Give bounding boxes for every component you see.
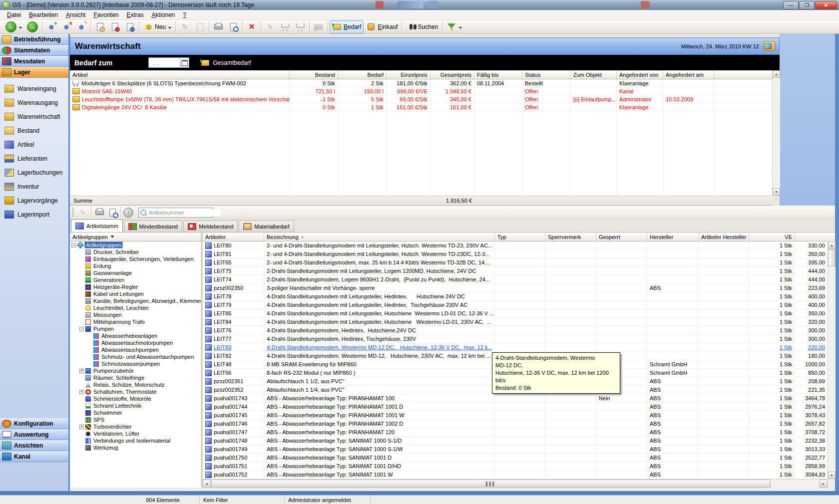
column-header[interactable]: Status xyxy=(522,70,571,79)
article-row[interactable]: pzsz002350 3-poliger Handschalter mit Vo… xyxy=(203,284,828,292)
einkauf-button[interactable]: Einkauf xyxy=(364,20,400,33)
menu-item[interactable]: Favoriten xyxy=(89,10,122,19)
suchen-button[interactable]: Suchen xyxy=(404,20,440,33)
article-row[interactable]: LEIT83 4-Draht-Standleitungsmodem, Weste… xyxy=(203,343,828,352)
article-row[interactable]: LEIT85 4-Draht-Standleitungsmodem mit Le… xyxy=(203,309,828,318)
view-tab[interactable]: Meldebestand xyxy=(183,221,238,232)
view-tab[interactable]: Mindestbestand xyxy=(124,221,183,232)
sidebar-group-button[interactable]: Betriebsführung xyxy=(0,34,68,45)
edit-note-button[interactable] xyxy=(263,20,278,33)
new-button[interactable]: Neu xyxy=(141,20,174,33)
restore-button[interactable]: ❐ xyxy=(799,1,815,9)
sidebar-item[interactable]: Artikel xyxy=(0,138,68,152)
column-header[interactable]: Angefordert von xyxy=(617,70,663,79)
scroll-down-arrow[interactable]: ▼ xyxy=(773,188,780,196)
article-row[interactable]: LEIT80 2- und 4-Draht-Standleitungsmodem… xyxy=(203,242,828,250)
sidebar-group-button[interactable]: Auswertung xyxy=(0,429,68,440)
article-row[interactable]: puaha001745 ABS - Abwasserhebeanlage Typ… xyxy=(203,411,828,420)
separator[interactable] xyxy=(442,21,442,32)
column-header[interactable]: Sperrvermerk xyxy=(545,233,596,241)
tree-item[interactable]: Räumer, Schleifringe xyxy=(70,374,201,381)
tree-item[interactable]: Artikelgruppen xyxy=(70,242,201,249)
article-row[interactable]: LEIT77 4-Draht-Standleitungsmodem, Hedin… xyxy=(203,335,828,343)
tree-item[interactable]: Kabel und Leitungen xyxy=(70,290,201,297)
menu-item[interactable]: Datei xyxy=(3,10,25,19)
separator[interactable] xyxy=(42,21,42,32)
demand-table-scrollbar[interactable]: ▲ ▼ xyxy=(772,70,780,196)
list-preview-button[interactable] xyxy=(107,207,118,218)
separator[interactable] xyxy=(139,21,139,32)
tree-item[interactable]: Verbindungs und Isoliermaterial xyxy=(70,437,201,444)
column-header[interactable]: Zum Objekt xyxy=(571,70,617,79)
sidebar-group-button[interactable]: Stammdaten xyxy=(0,45,68,56)
filter-button[interactable] xyxy=(444,20,464,33)
article-row[interactable]: LEIT76 4-Draht-Standleitungsmodem, Hedin… xyxy=(203,326,828,335)
article-row[interactable]: puaha001749 ABS - Abwasserhebeanlage Typ… xyxy=(203,445,828,454)
article-row[interactable]: puaha001752 ABS - Abwasserhebeanlage Typ… xyxy=(203,471,828,479)
user-edit-button[interactable] xyxy=(74,20,89,33)
calendar-button[interactable] xyxy=(180,58,189,67)
toolbar-grip[interactable] xyxy=(72,208,74,218)
demand-date-input[interactable] xyxy=(149,59,180,66)
scroll-down-arrow[interactable]: ▼ xyxy=(828,472,836,479)
tree-item[interactable]: Drucker, Schreiber xyxy=(70,249,201,255)
delete-button[interactable] xyxy=(244,20,259,33)
sidebar-item[interactable]: Wareneingang xyxy=(0,82,68,96)
article-row[interactable]: LEIT81 2- und 4-Draht-Standleitungsmodem… xyxy=(203,250,828,258)
separator[interactable] xyxy=(175,21,176,32)
gesamtbedarf-button[interactable]: Gesamtbedarf xyxy=(200,58,251,68)
column-header[interactable] xyxy=(714,70,772,79)
sidebar-group-button[interactable]: Konfiguration xyxy=(0,418,68,429)
sidebar-group-button[interactable]: Messdaten xyxy=(0,56,68,67)
tree-item[interactable]: Schmutz- und Abwassertauchpumpen xyxy=(70,353,201,360)
list-print-button[interactable] xyxy=(94,207,105,218)
tree-item[interactable]: Schwimmer xyxy=(70,409,201,416)
tree-item[interactable]: Pumpenzubehör xyxy=(70,367,201,374)
user-delete-button[interactable] xyxy=(59,20,74,33)
tree-item[interactable]: Schmutzwasserpumpen xyxy=(70,360,201,367)
view-tab[interactable]: Materialbedarf xyxy=(239,221,294,232)
edit-button[interactable] xyxy=(177,20,192,33)
sidebar-item[interactable]: Inventur xyxy=(0,180,68,194)
sidebar-item[interactable]: Lagerbuchungen xyxy=(0,166,68,180)
article-table-vscrollbar[interactable]: ▲ ▼ xyxy=(828,242,836,479)
print-button[interactable] xyxy=(211,20,226,33)
column-header[interactable]: Typ xyxy=(495,233,545,241)
column-header[interactable]: Einzelpreis xyxy=(387,70,430,79)
article-row[interactable]: puaha001747 ABS - Abwasserhebeanlage Typ… xyxy=(203,428,828,437)
tree-item[interactable]: Schraml Leittechnik xyxy=(70,402,201,409)
hscroll-thumb[interactable]: ▌▌▌ xyxy=(211,480,771,488)
article-row[interactable]: puaha001743 ABS - Abwasserhebeanlage Typ… xyxy=(203,394,828,403)
column-header[interactable]: Artikelnr Hersteller xyxy=(699,233,749,241)
demand-date-field[interactable] xyxy=(148,57,189,68)
separator[interactable] xyxy=(242,21,243,32)
separator[interactable] xyxy=(209,21,209,32)
sidebar-item[interactable]: Lagerimport xyxy=(0,208,68,222)
tree-item[interactable]: Kanäle, Befestigungen, Abzweigd., Klemme… xyxy=(70,297,201,304)
user-add-button[interactable] xyxy=(44,20,59,33)
view-tab[interactable]: Artikelstamm xyxy=(71,219,123,232)
column-header[interactable]: Bestand xyxy=(290,70,338,79)
separator[interactable] xyxy=(309,21,310,32)
column-header[interactable]: Bezeichnung▲ xyxy=(264,233,495,241)
sidebar-group-button[interactable]: Lager xyxy=(0,67,68,78)
back-button[interactable] xyxy=(3,20,24,33)
vscroll-thumb[interactable] xyxy=(828,250,836,266)
menu-item[interactable]: Aktionen xyxy=(148,10,179,19)
search-input[interactable] xyxy=(146,209,221,216)
go-up-button[interactable] xyxy=(123,208,133,218)
column-header[interactable]: Gesamtpreis xyxy=(430,70,474,79)
article-row[interactable]: puaha001744 ABS - Abwasserhebeanlage Typ… xyxy=(203,403,828,411)
column-header[interactable] xyxy=(795,233,828,241)
tree-expander[interactable] xyxy=(79,390,84,394)
tree-item[interactable]: Leuchtmittel, Leuchten xyxy=(70,304,201,311)
article-row[interactable]: LEIT79 4-Draht-Standleitungsmodem mit Le… xyxy=(203,301,828,309)
menu-item[interactable]: Bearbeiten xyxy=(25,10,62,19)
tree-item[interactable]: Mittelspannung Trafo xyxy=(70,318,201,325)
menu-item[interactable]: Ansicht xyxy=(62,10,89,19)
tree-item[interactable]: Werkzeug xyxy=(70,444,201,451)
demand-table-row[interactable]: Motoröl SAE-15W40 721,50 l 150,00 l 699,… xyxy=(70,87,772,95)
sidebar-item[interactable]: Warenwirtschaft xyxy=(0,110,68,124)
transfer-button[interactable] xyxy=(311,20,326,33)
scroll-left-arrow[interactable]: ◄ xyxy=(203,480,211,488)
